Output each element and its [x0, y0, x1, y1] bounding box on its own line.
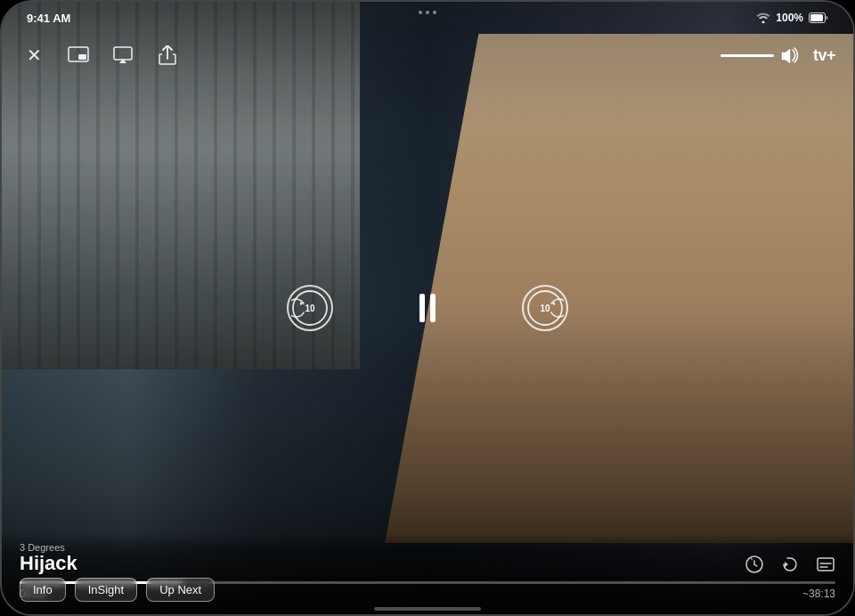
top-right-controls: tv+ [721, 46, 835, 65]
airplay-icon [113, 46, 133, 64]
pause-bar-left [419, 294, 425, 322]
back-icon [780, 555, 800, 574]
battery-percent: 100% [776, 12, 803, 24]
svg-rect-4 [114, 47, 132, 60]
up-next-button[interactable]: Up Next [146, 578, 215, 602]
top-left-controls: ✕ [20, 41, 182, 69]
airplay-button[interactable] [109, 41, 137, 69]
svg-marker-12 [785, 562, 788, 567]
right-controls [745, 555, 835, 574]
skip-forward-icon: 10 [526, 289, 564, 327]
battery-icon [809, 12, 828, 23]
skip-back-icon: 10 [291, 289, 329, 327]
share-button[interactable] [153, 41, 182, 69]
show-info: 3 Degrees Hijack [20, 542, 835, 574]
insight-button[interactable]: InSight [75, 578, 137, 602]
skip-back-button[interactable]: 10 [287, 285, 333, 331]
volume-control[interactable] [721, 47, 799, 63]
bottom-action-row: Info InSight Up Next [20, 578, 215, 602]
volume-bar [721, 54, 774, 57]
share-icon [159, 45, 176, 65]
close-button[interactable]: ✕ [20, 41, 48, 69]
picture-in-picture-button[interactable] [64, 41, 93, 69]
pause-icon [419, 294, 436, 322]
svg-text:10: 10 [540, 304, 550, 313]
status-right: 100% [756, 12, 828, 24]
show-title: Hijack [20, 553, 77, 574]
playback-speed-icon [745, 555, 764, 574]
volume-icon [781, 47, 799, 63]
skip-forward-button[interactable]: 10 [522, 285, 568, 331]
pause-button[interactable] [404, 285, 451, 331]
bottom-overlay: 3 Degrees Hijack [2, 533, 853, 614]
pause-bar-right [430, 294, 436, 322]
pip-icon [68, 46, 89, 64]
home-indicator [374, 607, 481, 611]
subtitles-icon [816, 555, 835, 574]
subtitles-button[interactable] [816, 555, 835, 574]
status-bar: 9:41 AM 100% [2, 2, 853, 34]
top-controls: ✕ [2, 34, 853, 77]
back-button[interactable] [780, 555, 800, 574]
apple-tv-logo: tv+ [813, 46, 835, 65]
remaining-time: ~38:13 [802, 588, 835, 600]
svg-rect-1 [810, 14, 823, 21]
svg-rect-3 [78, 54, 86, 60]
svg-text:10: 10 [305, 304, 315, 313]
center-controls: 10 10 [287, 285, 568, 331]
status-time: 9:41 AM [27, 12, 70, 25]
wifi-icon [756, 12, 770, 23]
show-subtitle: 3 Degrees [20, 542, 77, 553]
tv-plus-text: tv+ [813, 46, 835, 64]
playback-speed-button[interactable] [745, 555, 764, 574]
svg-rect-13 [818, 558, 834, 571]
device-frame: 9:41 AM 100% [0, 0, 855, 616]
info-button[interactable]: Info [20, 578, 66, 602]
